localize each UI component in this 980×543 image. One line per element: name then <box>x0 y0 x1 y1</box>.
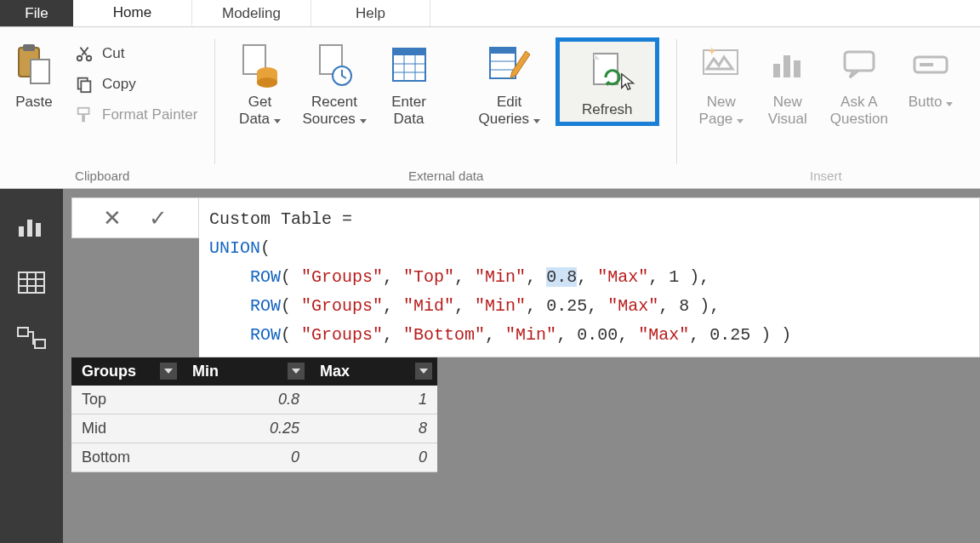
copy-label: Copy <box>102 76 136 93</box>
refresh-icon <box>584 49 631 96</box>
paste-label: Paste <box>15 94 52 111</box>
cursor-icon <box>619 72 638 91</box>
enter-data-label: EnterData <box>391 94 426 127</box>
svg-rect-43 <box>35 340 45 348</box>
svg-rect-30 <box>794 60 801 77</box>
new-visual-button[interactable]: NewVisual <box>761 37 815 127</box>
edit-queries-label: EditQueries <box>479 94 540 127</box>
cell-min: 0 <box>182 443 310 472</box>
table-row[interactable]: Mid0.258 <box>71 414 437 443</box>
tab-modeling[interactable]: Modeling <box>192 0 311 26</box>
clipboard-group-label: Clipboard <box>7 165 197 188</box>
cell-min: 0.8 <box>182 386 310 414</box>
menu-tabs: File Home Modeling Help <box>0 0 980 27</box>
separator <box>214 39 215 164</box>
view-switcher <box>0 189 63 543</box>
new-page-label: NewPage <box>699 94 744 127</box>
separator <box>676 39 677 164</box>
recent-sources-button[interactable]: RecentSources <box>299 37 369 127</box>
data-table: Groups Min Max Top0.81Mid0.258Bottom00 <box>71 357 437 472</box>
new-page-icon: ✦ <box>698 41 745 89</box>
refresh-label: Refresh <box>582 101 633 118</box>
refresh-button[interactable]: Refresh <box>565 45 650 118</box>
cut-label: Cut <box>102 45 124 62</box>
edit-queries-icon <box>486 41 533 89</box>
refresh-highlight: Refresh <box>556 37 659 126</box>
format-painter-label: Format Painter <box>102 106 197 123</box>
enter-data-button[interactable]: EnterData <box>382 37 436 127</box>
get-data-icon <box>236 41 283 89</box>
cancel-formula-button[interactable]: ✕ <box>103 205 122 231</box>
tab-help[interactable]: Help <box>311 0 430 26</box>
ribbon-group-insert: ✦ NewPage NewVisual Ask AQuestion <box>694 31 958 188</box>
cell-group: Mid <box>71 414 182 443</box>
external-data-group-label: External data <box>232 165 658 188</box>
svg-rect-7 <box>78 108 89 114</box>
col-header-groups[interactable]: Groups <box>71 357 182 386</box>
filter-icon[interactable] <box>288 363 305 380</box>
table-row[interactable]: Bottom00 <box>71 443 437 472</box>
svg-rect-6 <box>81 81 90 92</box>
svg-rect-29 <box>783 55 790 77</box>
svg-point-3 <box>77 56 83 61</box>
get-data-label: GetData <box>239 94 281 127</box>
paste-icon <box>10 41 58 89</box>
copy-button[interactable]: Copy <box>73 71 197 97</box>
cell-min: 0.25 <box>182 414 310 443</box>
model-view-button[interactable] <box>13 323 50 354</box>
cell-group: Top <box>71 386 182 414</box>
svg-point-12 <box>257 77 277 88</box>
svg-point-4 <box>87 56 92 61</box>
col-header-max[interactable]: Max <box>310 357 437 386</box>
ribbon-group-external-data: GetData RecentSources EnterData EditQu <box>232 31 658 188</box>
chevron-down-icon <box>946 102 953 106</box>
format-painter-button[interactable]: Format Painter <box>73 102 197 128</box>
copy-icon <box>73 73 95 95</box>
scissors-icon <box>73 43 95 65</box>
ask-question-button[interactable]: Ask AQuestion <box>827 37 892 127</box>
cell-max: 8 <box>310 414 437 443</box>
ask-question-label: Ask AQuestion <box>830 94 888 127</box>
svg-rect-8 <box>82 114 85 122</box>
recent-sources-icon <box>311 41 358 89</box>
svg-rect-35 <box>27 220 32 237</box>
get-data-button[interactable]: GetData <box>232 37 287 127</box>
new-page-button[interactable]: ✦ NewPage <box>694 37 749 127</box>
col-header-min[interactable]: Min <box>182 357 310 386</box>
ribbon-group-clipboard: Paste Cut Copy <box>7 31 197 188</box>
svg-rect-28 <box>773 64 780 77</box>
svg-rect-37 <box>19 272 44 293</box>
formula-bar: ✕ ✓ Custom Table = UNION( ROW( "Groups",… <box>71 197 980 357</box>
svg-rect-2 <box>31 60 49 83</box>
new-visual-icon <box>764 41 812 89</box>
filter-icon[interactable] <box>160 363 177 380</box>
svg-rect-42 <box>18 328 28 336</box>
cell-max: 0 <box>310 443 437 472</box>
paintbrush-icon <box>73 104 95 126</box>
data-view-button[interactable] <box>13 267 50 298</box>
chevron-down-icon <box>533 119 540 123</box>
buttons-button[interactable]: Butto <box>903 37 958 111</box>
recent-sources-label: RecentSources <box>302 94 366 127</box>
svg-rect-33 <box>920 63 933 66</box>
paste-button[interactable]: Paste <box>7 37 61 111</box>
table-row[interactable]: Top0.81 <box>71 386 437 414</box>
tab-home[interactable]: Home <box>73 0 192 26</box>
cell-max: 1 <box>310 386 437 414</box>
work-area: ✕ ✓ Custom Table = UNION( ROW( "Groups",… <box>0 189 980 543</box>
cut-button[interactable]: Cut <box>73 41 197 66</box>
edit-queries-button[interactable]: EditQueries <box>476 37 544 127</box>
commit-formula-button[interactable]: ✓ <box>149 205 168 231</box>
svg-rect-1 <box>23 44 35 51</box>
formula-controls: ✕ ✓ <box>71 197 199 238</box>
formula-editor[interactable]: Custom Table = UNION( ROW( "Groups", "To… <box>199 197 980 357</box>
buttons-icon <box>907 41 954 89</box>
tab-file[interactable]: File <box>0 0 73 26</box>
svg-rect-22 <box>490 48 516 54</box>
new-visual-label: NewVisual <box>768 94 807 127</box>
chevron-down-icon <box>274 119 281 123</box>
canvas: ✕ ✓ Custom Table = UNION( ROW( "Groups",… <box>63 189 980 543</box>
filter-icon[interactable] <box>415 363 432 380</box>
insert-group-label: Insert <box>694 165 958 188</box>
report-view-button[interactable] <box>13 211 50 242</box>
